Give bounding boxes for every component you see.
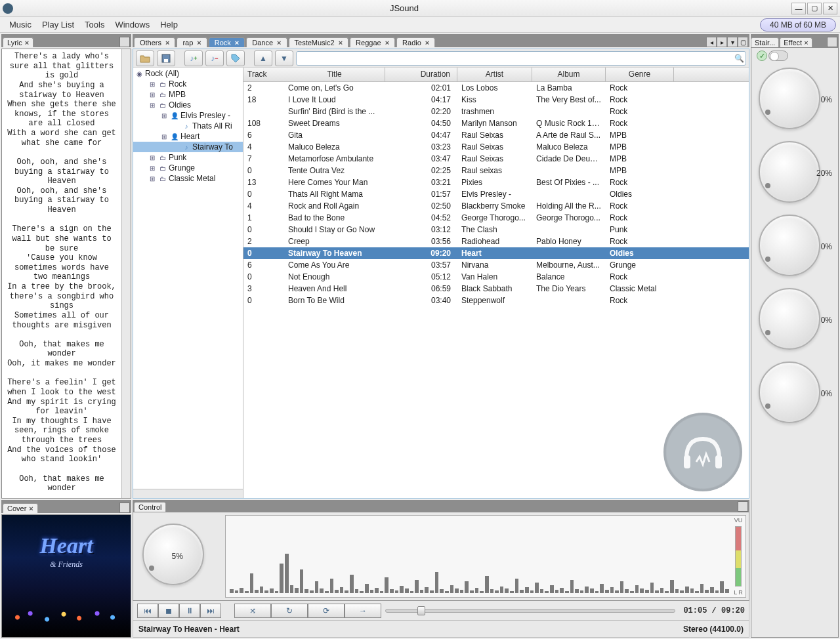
- open-folder-button[interactable]: [136, 51, 154, 66]
- effects-switch[interactable]: [768, 51, 788, 61]
- repeat-button[interactable]: ↻: [271, 604, 308, 618]
- search-icon[interactable]: 🔍: [732, 54, 746, 63]
- tab-rock[interactable]: Rock×: [209, 37, 245, 47]
- tree-node[interactable]: ⊞🗀Rock: [133, 79, 243, 89]
- tab-dance[interactable]: Dance×: [246, 37, 287, 47]
- menu-tools[interactable]: Tools: [79, 18, 110, 31]
- continue-button[interactable]: →: [345, 604, 381, 618]
- tree-node[interactable]: ⊞👤Elvis Presley -: [133, 110, 243, 121]
- genre-tree[interactable]: ◉ Rock (All) ⊞🗀Rock⊞🗀MPB⊞🗀Oldies⊞👤Elvis …: [133, 68, 243, 498]
- close-button[interactable]: ✕: [823, 3, 837, 14]
- table-row[interactable]: 0Born To Be Wild03:40SteppenwolfRock: [243, 295, 749, 306]
- tree-node[interactable]: ⊞🗀Oldies: [133, 100, 243, 110]
- col-title[interactable]: Title: [284, 68, 385, 81]
- table-row[interactable]: 1Bad to the Bone04:52George Thorogo...Ge…: [243, 212, 749, 224]
- add-note-button[interactable]: ♪+: [184, 51, 203, 66]
- expand-icon[interactable]: [171, 142, 180, 152]
- col-genre[interactable]: Genre: [606, 68, 674, 81]
- col-track[interactable]: Track: [243, 68, 284, 81]
- close-icon[interactable]: ×: [385, 39, 389, 47]
- tab-rap[interactable]: rap×: [177, 37, 207, 47]
- table-row[interactable]: 108Sweet Dreams04:50Marilyn MansonQ Musi…: [243, 117, 749, 129]
- table-row[interactable]: 0Stairway To Heaven09:20HeartOldies: [243, 247, 749, 259]
- table-row[interactable]: 7Metamorfose Ambulante03:47Raul SeixasCi…: [243, 153, 749, 165]
- tree-node[interactable]: ⊞🗀Grunge: [133, 163, 243, 173]
- table-row[interactable]: 3Heaven And Hell06:59Black SabbathThe Di…: [243, 283, 749, 295]
- stop-button[interactable]: ◼: [158, 604, 179, 618]
- effect-knob[interactable]: 0%: [756, 211, 833, 284]
- close-icon[interactable]: ×: [25, 39, 29, 47]
- repeat-one-button[interactable]: ⟳: [308, 604, 345, 618]
- tree-node[interactable]: ♪Thats All Ri: [133, 121, 243, 131]
- minimize-button[interactable]: —: [791, 3, 806, 14]
- effect-knob[interactable]: 0%: [756, 284, 833, 358]
- table-row[interactable]: 6Come As You Are03:57NirvanaMelbourne, A…: [243, 259, 749, 271]
- tab-scroll-button[interactable]: ▾: [727, 37, 738, 47]
- tree-node[interactable]: ♪Stairway To: [133, 142, 243, 152]
- progress-slider[interactable]: [385, 609, 675, 613]
- expand-icon[interactable]: ⊞: [148, 90, 157, 99]
- col-artist[interactable]: Artist: [457, 68, 532, 81]
- table-row[interactable]: 2Come on, Let's Go02:01Los LobosLa Bamba…: [243, 82, 749, 94]
- col-album[interactable]: Album: [532, 68, 606, 81]
- close-icon[interactable]: ×: [165, 39, 169, 47]
- next-button[interactable]: ⏭: [200, 604, 221, 618]
- expand-icon[interactable]: ⊞: [148, 153, 157, 162]
- tab-scroll-button[interactable]: ▢: [738, 37, 748, 47]
- volume-knob[interactable]: 5%: [136, 515, 221, 598]
- close-icon[interactable]: ×: [425, 39, 429, 47]
- effect-knob[interactable]: 0%: [756, 64, 833, 137]
- shuffle-button[interactable]: ⤨: [234, 604, 271, 618]
- expand-icon[interactable]: ⊞: [148, 163, 157, 173]
- expand-icon[interactable]: ⊞: [148, 79, 157, 89]
- close-icon[interactable]: ×: [235, 39, 239, 47]
- tag-button[interactable]: [226, 51, 245, 66]
- table-row[interactable]: 0Thats All Right Mama01:57Elvis Presley …: [243, 188, 749, 200]
- table-row[interactable]: 0Tente Outra Vez02:25Raul seixasMPB: [243, 165, 749, 176]
- tab-scroll-button[interactable]: ◂: [706, 37, 717, 47]
- close-icon[interactable]: ×: [339, 39, 343, 47]
- col-duration[interactable]: Duration: [385, 68, 457, 81]
- table-row[interactable]: 18I Love It Loud04:17KissThe Very Best o…: [243, 94, 749, 106]
- table-row[interactable]: 4Rock and Roll Again02:50Blackberry Smok…: [243, 200, 749, 212]
- table-row[interactable]: 2Creep03:56RadioheadPablo HoneyRock: [243, 236, 749, 247]
- maximize-button[interactable]: ▢: [807, 3, 822, 14]
- search-field[interactable]: 🔍: [296, 51, 746, 66]
- dock-toggle-icon[interactable]: [738, 501, 748, 512]
- lyric-tab[interactable]: Lyric ×: [3, 37, 33, 47]
- tab-radio[interactable]: Radio×: [396, 37, 435, 47]
- control-tab[interactable]: Control: [134, 502, 166, 512]
- effect-knob[interactable]: 20%: [756, 137, 833, 211]
- close-icon[interactable]: ×: [804, 39, 808, 47]
- effect-tab[interactable]: Effect×: [780, 37, 812, 47]
- tree-node[interactable]: ⊞🗀Classic Metal: [133, 173, 243, 184]
- table-row[interactable]: 6Gita04:47Raul SeixasA Arte de Raul S...…: [243, 129, 749, 141]
- tab-scroll-button[interactable]: ▸: [717, 37, 727, 47]
- table-row[interactable]: 4Maluco Beleza03:23Raul SeixasMaluco Bel…: [243, 141, 749, 153]
- expand-icon[interactable]: ⊞: [148, 174, 157, 183]
- close-icon[interactable]: ×: [29, 505, 33, 512]
- close-icon[interactable]: ×: [197, 39, 201, 47]
- move-up-button[interactable]: ▲: [254, 51, 272, 66]
- menu-play-list[interactable]: Play List: [37, 18, 79, 31]
- dock-toggle-icon[interactable]: [827, 37, 837, 47]
- menu-windows[interactable]: Windows: [110, 18, 155, 31]
- table-row[interactable]: 0Should I Stay or Go Now03:12The ClashPu…: [243, 224, 749, 236]
- dock-toggle-icon[interactable]: [119, 37, 130, 47]
- scrollbar[interactable]: [121, 49, 131, 498]
- expand-icon[interactable]: ⊞: [159, 132, 169, 141]
- tree-node[interactable]: ⊞🗀MPB: [133, 89, 243, 100]
- close-icon[interactable]: ×: [277, 39, 281, 47]
- save-button[interactable]: [157, 51, 175, 66]
- dock-toggle-icon[interactable]: [119, 503, 130, 513]
- effects-enable-check[interactable]: ✓: [757, 51, 767, 61]
- tab-testemusic2[interactable]: TesteMusic2×: [289, 37, 349, 47]
- expand-icon[interactable]: ⊞: [159, 111, 169, 120]
- menu-help[interactable]: Help: [155, 18, 183, 31]
- move-down-button[interactable]: ▼: [275, 51, 293, 66]
- menu-music[interactable]: Music: [4, 18, 37, 31]
- expand-icon[interactable]: [171, 121, 180, 131]
- scrollbar[interactable]: [133, 489, 243, 498]
- remove-note-button[interactable]: ♪−: [205, 51, 224, 66]
- tab-reggae[interactable]: Reggae×: [350, 37, 395, 47]
